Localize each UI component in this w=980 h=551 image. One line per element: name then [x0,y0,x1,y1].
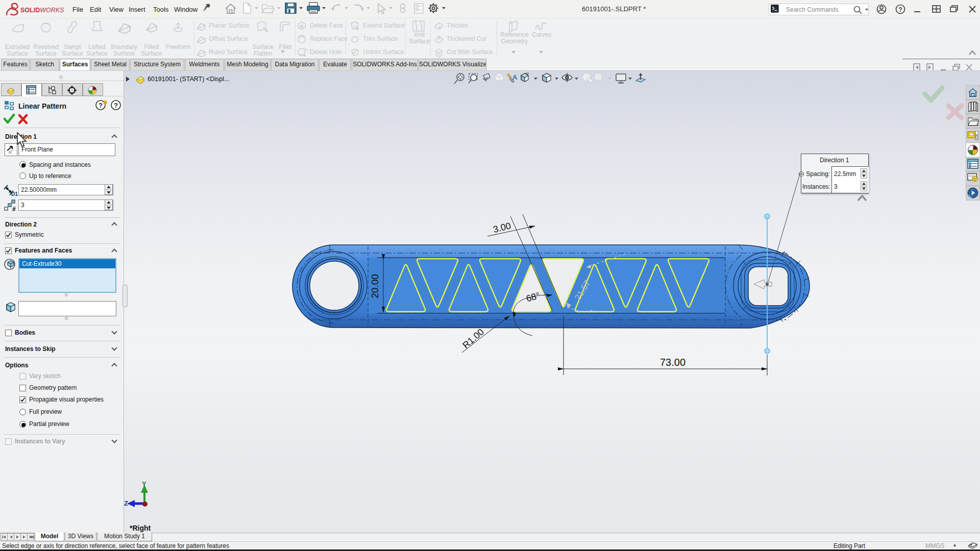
svg-text:D1: D1 [11,191,18,196]
svg-text:73.00: 73.00 [660,357,685,368]
svg-text:A: A [512,73,518,81]
svg-text:R1.00: R1.00 [461,327,486,350]
svg-text:Y: Y [142,480,146,488]
svg-text:60191001- (START) <Displ...: 60191001- (START) <Displ... [148,76,229,83]
svg-text:Z: Z [124,499,128,507]
svg-text:?: ? [114,102,118,109]
svg-text:*Right: *Right [130,524,151,532]
svg-text:?: ? [99,102,103,109]
svg-text:3.00: 3.00 [492,220,512,235]
svg-text:?: ? [898,6,902,13]
svg-text:20.00: 20.00 [370,274,380,298]
svg-text:#: # [12,206,16,212]
